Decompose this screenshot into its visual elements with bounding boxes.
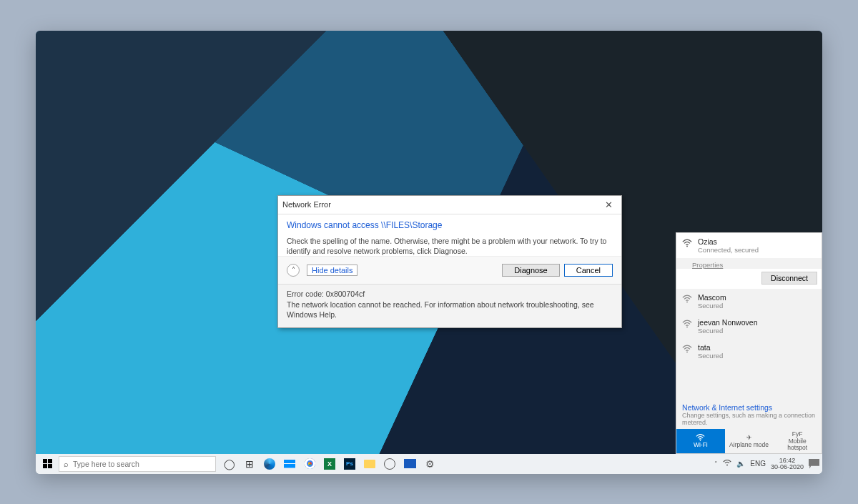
search-icon: ⌕ bbox=[64, 460, 69, 468]
quick-hotspot-l1: FyF bbox=[792, 431, 803, 438]
tray-clock[interactable]: 16:42 30-06-2020 bbox=[771, 458, 804, 470]
wifi-status: Secured bbox=[698, 352, 723, 360]
dialog-body: Windows cannot access \\FILES\Storage Ch… bbox=[278, 214, 621, 256]
mail-icon[interactable] bbox=[283, 458, 296, 470]
screenshot-frame: Network Error ✕ Windows cannot access \\… bbox=[36, 31, 822, 474]
quick-airplane-toggle[interactable]: ✈ Airplane mode bbox=[725, 429, 774, 453]
quick-wifi-toggle[interactable]: Wi-Fi bbox=[676, 429, 725, 453]
svg-point-5 bbox=[726, 465, 728, 466]
wifi-item[interactable]: jeevan Nonwoven Secured bbox=[676, 314, 822, 339]
wifi-icon bbox=[682, 239, 692, 247]
close-icon[interactable]: ✕ bbox=[600, 197, 617, 212]
explorer-icon[interactable] bbox=[363, 458, 376, 470]
tray-language[interactable]: ENG bbox=[750, 460, 766, 468]
wifi-item[interactable]: tata Secured bbox=[676, 339, 822, 364]
diagnose-button[interactable]: Diagnose bbox=[502, 264, 559, 277]
wifi-status: Secured bbox=[698, 302, 726, 310]
word-icon[interactable] bbox=[403, 458, 416, 470]
network-flyout: Ozias Connected, secured Properties Disc… bbox=[676, 232, 822, 454]
quick-airplane-label: Airplane mode bbox=[729, 442, 769, 448]
wifi-name: Ozias bbox=[698, 237, 759, 246]
chrome-icon[interactable] bbox=[303, 458, 316, 470]
wifi-icon bbox=[682, 320, 692, 328]
edge-icon[interactable] bbox=[263, 458, 276, 470]
svg-point-1 bbox=[686, 301, 688, 302]
tray-date: 30-06-2020 bbox=[771, 464, 804, 470]
wifi-name: jeevan Nonwoven bbox=[698, 318, 757, 327]
cortana-icon[interactable]: ◯ bbox=[223, 458, 236, 470]
wifi-status: Connected, secured bbox=[698, 246, 759, 254]
footer-subtitle: Change settings, such as making a connec… bbox=[676, 412, 822, 429]
start-button[interactable] bbox=[39, 455, 56, 473]
error-code: Error code: 0x800704cf bbox=[287, 289, 613, 300]
airplane-icon: ✈ bbox=[746, 434, 752, 441]
app-icon[interactable] bbox=[383, 458, 396, 470]
disconnect-button[interactable]: Disconnect bbox=[761, 272, 817, 285]
svg-point-0 bbox=[686, 245, 688, 247]
hide-details-toggle[interactable]: Hide details bbox=[307, 265, 358, 276]
svg-point-3 bbox=[686, 351, 688, 352]
error-details-text: The network location cannot be reached. … bbox=[287, 300, 613, 320]
photoshop-icon[interactable]: Ps bbox=[343, 458, 356, 470]
dialog-titlebar[interactable]: Network Error ✕ bbox=[278, 196, 621, 214]
cancel-button[interactable]: Cancel bbox=[564, 264, 613, 277]
dialog-heading: Windows cannot access \\FILES\Storage bbox=[287, 220, 613, 230]
wifi-icon bbox=[682, 295, 692, 303]
excel-icon[interactable]: X bbox=[323, 458, 336, 470]
disconnect-row: Disconnect bbox=[676, 269, 822, 289]
network-settings-footer[interactable]: Network & Internet settings Change setti… bbox=[676, 400, 822, 429]
quick-actions-row: Wi-Fi ✈ Airplane mode FyF Mobile hotspot bbox=[676, 429, 822, 453]
search-box[interactable]: ⌕ bbox=[59, 456, 216, 472]
wifi-status: Secured bbox=[698, 327, 757, 335]
system-tray: ˄ 🔈 ENG 16:42 30-06-2020 bbox=[714, 458, 819, 470]
footer-title: Network & Internet settings bbox=[676, 400, 822, 412]
taskview-icon[interactable]: ⊞ bbox=[243, 458, 256, 470]
dialog-details: Error code: 0x800704cf The network locat… bbox=[278, 284, 621, 327]
tray-chevron-icon[interactable]: ˄ bbox=[714, 460, 718, 468]
wifi-icon bbox=[682, 345, 692, 353]
wifi-name: tata bbox=[698, 343, 723, 352]
tray-wifi-icon[interactable] bbox=[723, 460, 731, 468]
dialog-button-row: ˄ Hide details Diagnose Cancel bbox=[278, 256, 621, 284]
quick-wifi-label: Wi-Fi bbox=[694, 442, 708, 448]
svg-point-2 bbox=[686, 326, 688, 327]
action-center-icon[interactable] bbox=[809, 459, 819, 469]
dialog-description: Check the spelling of the name. Otherwis… bbox=[287, 236, 613, 256]
quick-hotspot-l2: Mobile bbox=[789, 438, 807, 445]
dialog-title: Network Error bbox=[282, 200, 600, 209]
windows-icon bbox=[43, 459, 52, 468]
wifi-connected-item[interactable]: Ozias Connected, secured bbox=[676, 233, 822, 258]
wifi-available-list: Mascom Secured jeevan Nonwoven Secured bbox=[676, 289, 822, 400]
chevron-up-icon[interactable]: ˄ bbox=[287, 264, 300, 277]
wifi-item[interactable]: Mascom Secured bbox=[676, 289, 822, 314]
search-input[interactable] bbox=[73, 460, 211, 468]
taskbar: ⌕ ◯ ⊞ X Ps ⚙ ˄ 🔈 ENG 16:42 30-0 bbox=[36, 454, 822, 474]
quick-hotspot-toggle[interactable]: FyF Mobile hotspot bbox=[773, 429, 822, 453]
wifi-name: Mascom bbox=[698, 293, 726, 302]
tray-sound-icon[interactable]: 🔈 bbox=[736, 460, 745, 468]
wifi-properties-link[interactable]: Properties bbox=[692, 261, 822, 269]
taskbar-pinned-apps: ◯ ⊞ X Ps ⚙ bbox=[223, 458, 436, 470]
quick-hotspot-l3: hotspot bbox=[787, 445, 807, 451]
network-error-dialog: Network Error ✕ Windows cannot access \\… bbox=[277, 195, 622, 328]
settings-icon[interactable]: ⚙ bbox=[423, 458, 436, 470]
